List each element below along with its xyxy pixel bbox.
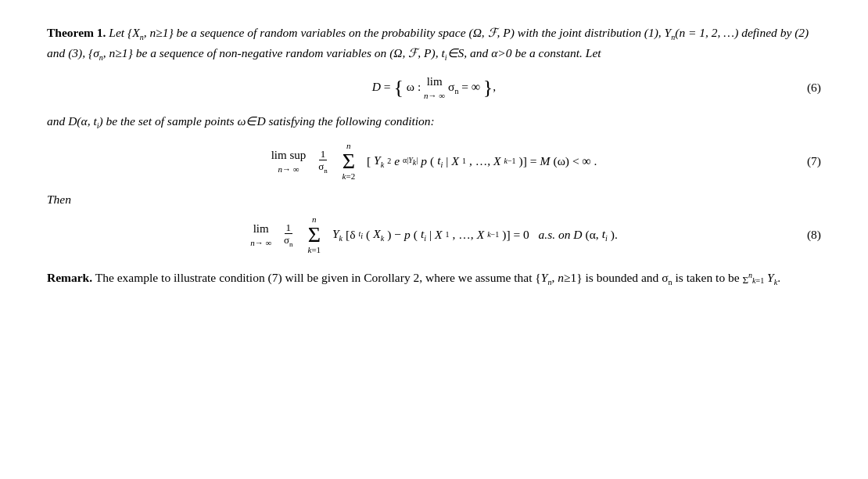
remark-label: Remark.: [47, 271, 92, 284]
equation-7: lim sup n→ ∞ 1 σn n Σ k=2 [Yk2eα|Yk|p(ti…: [271, 142, 597, 181]
left-brace: {: [393, 76, 403, 99]
limsup-block: lim sup n→ ∞: [271, 146, 307, 176]
equation-6: D = { ω : lim n→ ∞ σn = ∞ },: [372, 73, 496, 103]
remark-block: Remark. The example to illustrate condit…: [47, 268, 821, 289]
condition-text: and D(α, ti) be the set of sample points…: [47, 114, 435, 128]
eq-number-8: (8): [807, 225, 821, 244]
theorem-label: Theorem 1.: [47, 26, 106, 39]
theorem-paragraph: Theorem 1. Let {Xn, n≥1} be a sequence o…: [47, 23, 821, 63]
sum-block-8: n Σ k=1: [307, 215, 321, 254]
condition-paragraph: and D(α, ti) be the set of sample points…: [47, 112, 821, 132]
equation-8-row: lim n→ ∞ 1 σn n Σ k=1 Yk[δti(Xk) − p(ti|…: [47, 215, 821, 254]
eq-number-6: (6): [807, 78, 821, 97]
lim-block-8: lim n→ ∞: [250, 220, 271, 250]
equation-6-row: D = { ω : lim n→ ∞ σn = ∞ }, (6): [47, 73, 821, 103]
right-brace: }: [483, 76, 493, 99]
frac-7: 1 σn: [317, 148, 329, 175]
eq-number-7: (7): [807, 152, 821, 171]
sum-block-7: n Σ k=2: [343, 142, 356, 181]
theorem-block: Theorem 1. Let {Xn, n≥1} be a sequence o…: [47, 23, 821, 254]
theorem-text: Let {Xn, n≥1} be a sequence of random va…: [47, 26, 809, 59]
equation-7-row: lim sup n→ ∞ 1 σn n Σ k=2 [Yk2eα|Yk|p(ti…: [47, 142, 821, 181]
lim-block-6: lim n→ ∞: [424, 73, 445, 103]
equation-8: lim n→ ∞ 1 σn n Σ k=1 Yk[δti(Xk) − p(ti|…: [250, 215, 618, 254]
remark-text: The example to illustrate condition (7) …: [95, 271, 780, 284]
frac-8: 1 σn: [282, 221, 295, 249]
then-label: Then: [47, 190, 821, 209]
